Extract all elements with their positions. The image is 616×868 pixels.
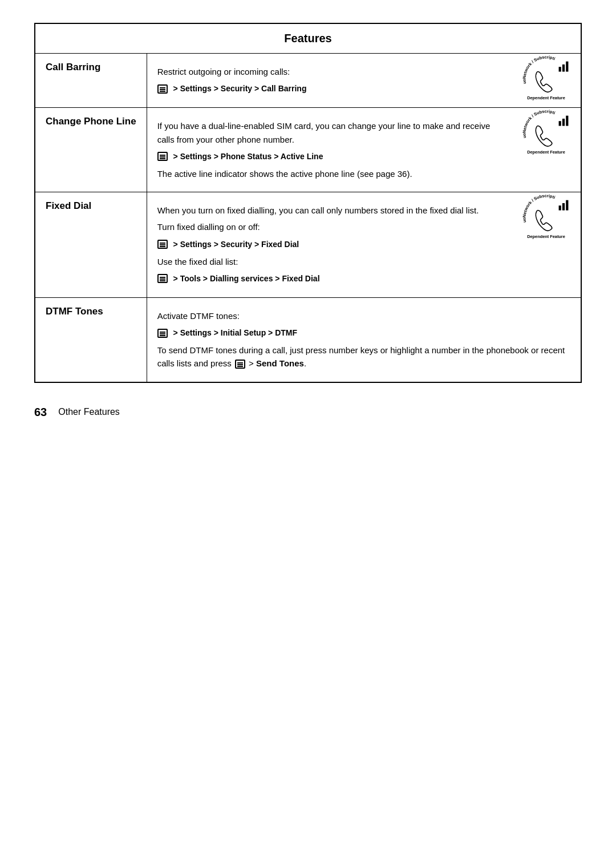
feature-desc-dtmf: Activate DTMF tones: > Settings > Initia… <box>147 297 581 382</box>
svg-rect-2 <box>559 67 561 71</box>
nav-text: > Settings > Initial Setup > DTMF <box>171 327 297 339</box>
svg-text:Network / Subscripti: Network / Subscripti <box>522 54 556 79</box>
fixed-dial-nav-2: > Tools > Dialling services > Fixed Dial <box>157 273 496 285</box>
fixed-dial-nav-1: > Settings > Security > Fixed Dial <box>157 239 496 251</box>
feature-desc-call-barring: Restrict outgoing or incoming calls: > S… <box>147 54 581 108</box>
menu-lines <box>237 362 243 364</box>
inline-menu-icon <box>235 360 245 369</box>
feature-name-call-barring: Call Barring <box>35 54 147 108</box>
svg-text:on: on <box>522 217 528 223</box>
table-row: Fixed Dial When you turn on fixed dialli… <box>35 192 581 298</box>
fixed-dial-icon: Network / Subscripti on Dependent <box>518 192 575 244</box>
fixed-dial-desc: When you turn on fixed dialling, you can… <box>157 204 496 217</box>
dtmf-extra: To send DTMF tones during a call, just p… <box>157 344 570 370</box>
network-subscription-icon-3: Network / Subscripti on Dependent <box>518 192 575 243</box>
feature-desc-fixed-dial: When you turn on fixed dialling, you can… <box>147 192 581 298</box>
svg-rect-10 <box>566 116 568 126</box>
svg-text:Dependent  Feature: Dependent Feature <box>527 95 565 100</box>
menu-icon <box>157 240 168 249</box>
fixed-dial-turn-on: Turn fixed dialling on or off: <box>157 220 496 233</box>
features-table: Features Call Barring Restrict outgoing … <box>34 23 582 383</box>
dtmf-desc: Activate DTMF tones: <box>157 309 570 322</box>
nav-text: > Settings > Security > Call Barring <box>171 83 307 95</box>
call-barring-nav: > Settings > Security > Call Barring <box>157 83 496 95</box>
svg-rect-16 <box>566 200 568 211</box>
svg-text:Network / Subscripti: Network / Subscripti <box>522 109 556 134</box>
call-barring-desc: Restrict outgoing or incoming calls: <box>157 65 496 78</box>
menu-icon <box>157 274 168 283</box>
nav-text: > Settings > Phone Status > Active Line <box>171 151 323 163</box>
change-phone-line-icon: Network / Subscripti on Dependent <box>518 108 575 159</box>
table-row: Call Barring Restrict outgoing or incomi… <box>35 54 581 108</box>
menu-icon <box>157 84 168 94</box>
table-row: DTMF Tones Activate DTMF tones: > Settin… <box>35 297 581 382</box>
feature-desc-change-phone-line: If you have a dual-line-enabled SIM card… <box>147 108 581 192</box>
svg-text:on: on <box>522 79 528 84</box>
svg-rect-15 <box>562 203 565 211</box>
feature-name-change-phone-line: Change Phone Line <box>35 108 147 192</box>
feature-name-dtmf: DTMF Tones <box>35 297 147 382</box>
table-row: Change Phone Line If you have a dual-lin… <box>35 108 581 192</box>
svg-rect-4 <box>566 62 568 72</box>
svg-text:on: on <box>522 133 528 139</box>
menu-icon <box>157 329 168 338</box>
network-subscription-icon: Network / Subscripti on <box>518 54 575 104</box>
call-barring-icon: Network / Subscripti on <box>518 54 575 105</box>
table-header: Features <box>35 23 581 54</box>
nav-text: > Settings > Security > Fixed Dial <box>171 239 299 251</box>
svg-text:Network / Subscripti: Network / Subscripti <box>522 193 556 217</box>
page-footer: 63 Other Features <box>34 406 582 419</box>
feature-name-fixed-dial: Fixed Dial <box>35 192 147 298</box>
dtmf-nav: > Settings > Initial Setup > DTMF <box>157 327 570 339</box>
menu-icon <box>157 152 168 161</box>
change-phone-desc: If you have a dual-line-enabled SIM card… <box>157 119 496 146</box>
svg-text:Dependent  Feature: Dependent Feature <box>527 150 565 155</box>
network-subscription-icon-2: Network / Subscripti on Dependent <box>518 108 575 159</box>
page-content: Features Call Barring Restrict outgoing … <box>34 23 582 419</box>
svg-rect-9 <box>562 119 565 126</box>
svg-text:Dependent  Feature: Dependent Feature <box>527 234 565 239</box>
footer-text: Other Features <box>58 407 120 417</box>
svg-rect-3 <box>562 64 565 72</box>
svg-rect-8 <box>559 121 561 126</box>
svg-rect-14 <box>559 205 561 210</box>
change-phone-nav: > Settings > Phone Status > Active Line <box>157 151 496 163</box>
active-line-desc: The active line indicator shows the acti… <box>157 167 496 180</box>
fixed-dial-use-list: Use the fixed dial list: <box>157 255 496 268</box>
nav-text: > Tools > Dialling services > Fixed Dial <box>171 273 320 285</box>
page-number: 63 <box>34 406 47 419</box>
